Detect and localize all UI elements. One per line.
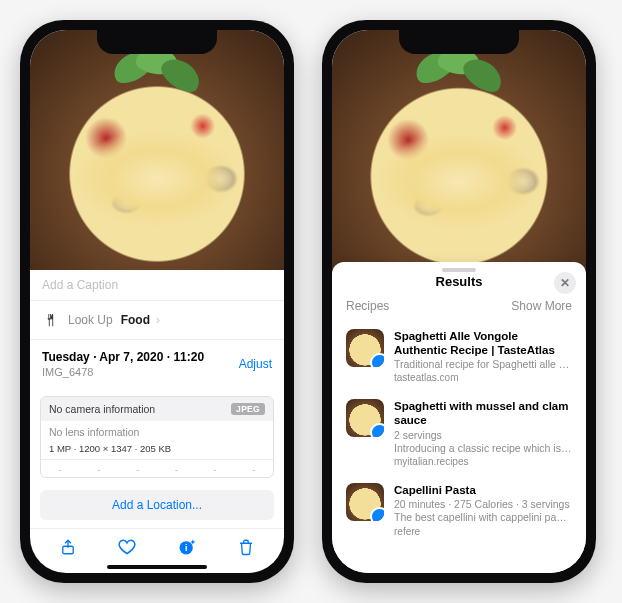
close-icon[interactable]: ✕ xyxy=(554,272,576,294)
result-description: The best capellini with cappelini pasta, xyxy=(394,511,572,524)
lookup-row[interactable]: Look Up Food › xyxy=(30,301,284,340)
camera-info-card: No camera information JPEG No lens infor… xyxy=(40,396,274,478)
no-camera-text: No camera information xyxy=(49,403,155,415)
show-more-button[interactable]: Show More xyxy=(511,299,572,313)
sheet-title: Results xyxy=(436,274,483,289)
sheet-grabber[interactable] xyxy=(442,268,476,272)
exif-dashes: - - - - - - xyxy=(41,459,273,478)
screen-left: Add a Caption Look Up Food › Tuesday · A… xyxy=(30,30,284,573)
result-title: Spaghetti with mussel and clam sauce xyxy=(394,399,572,428)
result-title: Capellini Pasta xyxy=(394,483,572,497)
adjust-button[interactable]: Adjust xyxy=(239,357,272,371)
photo-date: Tuesday · Apr 7, 2020 · 11:20 xyxy=(42,350,204,364)
share-icon[interactable] xyxy=(56,535,80,559)
utensils-icon xyxy=(42,311,60,329)
section-label: Recipes xyxy=(346,299,389,313)
no-lens-text: No lens information xyxy=(41,421,273,443)
trash-icon[interactable] xyxy=(234,535,258,559)
photo-hero[interactable] xyxy=(332,30,586,274)
heart-icon[interactable] xyxy=(115,535,139,559)
result-source: refere xyxy=(394,526,572,537)
result-item[interactable]: Spaghetti with mussel and clam sauce 2 s… xyxy=(332,391,586,475)
result-item[interactable]: Spaghetti Alle Vongole Authentic Recipe … xyxy=(332,321,586,391)
result-subtitle: 20 minutes · 275 Calories · 3 servings xyxy=(394,498,572,511)
phone-left: Add a Caption Look Up Food › Tuesday · A… xyxy=(20,20,294,583)
results-sheet: Results ✕ Recipes Show More Spaghetti Al… xyxy=(332,262,586,573)
info-sparkle-icon[interactable]: i xyxy=(175,535,199,559)
bottom-toolbar: i xyxy=(30,528,284,563)
svg-text:i: i xyxy=(185,543,188,553)
phone-right: Results ✕ Recipes Show More Spaghetti Al… xyxy=(322,20,596,583)
format-badge: JPEG xyxy=(231,403,265,415)
image-stats: 1 MP · 1200 × 1347 · 205 KB xyxy=(41,443,273,459)
caption-input[interactable]: Add a Caption xyxy=(30,270,284,301)
result-thumb xyxy=(346,399,384,437)
add-location-button[interactable]: Add a Location... xyxy=(40,490,274,520)
chevron-right-icon: › xyxy=(156,313,160,327)
result-source: tasteatlas.com xyxy=(394,372,572,383)
screen-right: Results ✕ Recipes Show More Spaghetti Al… xyxy=(332,30,586,573)
lookup-subject: Food xyxy=(121,313,150,327)
result-subtitle: 2 servings xyxy=(394,429,572,442)
result-item[interactable]: Capellini Pasta 20 minutes · 275 Calorie… xyxy=(332,475,586,545)
notch xyxy=(97,30,217,54)
home-indicator[interactable] xyxy=(107,565,207,569)
result-title: Spaghetti Alle Vongole Authentic Recipe … xyxy=(394,329,572,358)
result-description: Traditional recipe for Spaghetti alle vo… xyxy=(394,358,572,371)
result-source: myitalian.recipes xyxy=(394,456,572,467)
lookup-prefix: Look Up xyxy=(68,313,113,327)
result-description: Introducing a classic recipe which is im… xyxy=(394,442,572,455)
photo-filename: IMG_6478 xyxy=(42,366,204,378)
result-thumb xyxy=(346,329,384,367)
photo-hero[interactable] xyxy=(30,30,284,270)
result-thumb xyxy=(346,483,384,521)
notch xyxy=(399,30,519,54)
metadata-block: Tuesday · Apr 7, 2020 · 11:20 IMG_6478 A… xyxy=(30,340,284,390)
